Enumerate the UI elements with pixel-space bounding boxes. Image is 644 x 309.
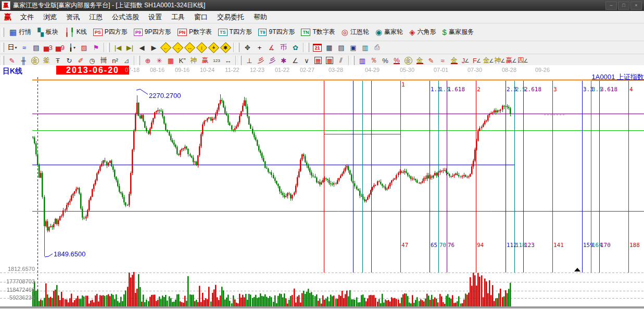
angle-ruler-icon[interactable]: ⊿ <box>121 55 132 66</box>
pan-hand-icon[interactable]: ✥ <box>242 42 254 53</box>
toolbar-item-p-number-table[interactable]: PNP数字表 <box>174 26 216 39</box>
spiral-icon[interactable]: ↻ <box>64 55 75 66</box>
toolbar-item-9p-square[interactable]: P99P四方形 <box>131 26 174 39</box>
toolbar-item-sectors[interactable]: ▚板块 <box>34 26 61 39</box>
circle-cross-icon[interactable]: ⊕ <box>142 55 154 66</box>
menu-item-公式选股[interactable]: 公式选股 <box>107 13 144 22</box>
save-icon[interactable]: ▣ <box>347 42 359 53</box>
angle-lines-icon[interactable]: ∠ <box>289 55 301 66</box>
symbol-label[interactable]: 1A0001 上证指数 <box>592 72 644 82</box>
k-quote-icon[interactable]: K” <box>176 55 188 66</box>
zoom-all-icon[interactable]: + <box>208 42 220 53</box>
red-web-grid-icon[interactable]: ▦ <box>165 55 176 66</box>
f-grid-icon[interactable]: Ŧ <box>52 55 64 66</box>
export-image-icon[interactable]: ▥ <box>359 42 371 53</box>
zoom-fit-icon[interactable]: ✱ <box>220 42 232 53</box>
angle-measure-icon[interactable]: ∡ <box>266 42 277 53</box>
list-grid-blue-icon[interactable]: ▥ <box>357 55 368 66</box>
zoom-vertical-icon[interactable]: ↕ <box>196 42 208 53</box>
red-grid-frame2-icon[interactable]: ▩ <box>324 55 335 66</box>
toolbar-item-hexagon[interactable]: ◈六角形 <box>406 26 439 39</box>
candle-pen-icon[interactable]: ✎ <box>425 55 437 66</box>
shift-left-icon[interactable]: ← <box>160 42 172 53</box>
minimize-button[interactable]: – <box>605 2 617 10</box>
wave-candles-icon[interactable]: ≈ <box>437 55 448 66</box>
toolbar-item-p-square[interactable]: PSP四方形 <box>90 26 131 39</box>
percent-icon[interactable]: % <box>380 55 391 66</box>
shen-angle-icon[interactable]: 神∠ <box>494 55 506 66</box>
purple-band-tool-icon[interactable]: 币 <box>277 42 289 53</box>
flag-chart-icon[interactable]: ⚑ <box>90 42 102 53</box>
shift-right-icon[interactable]: → <box>172 42 184 53</box>
dense-comb-icon[interactable]: 卌 <box>98 55 109 66</box>
ying-angle-icon[interactable]: 赢∠ <box>506 55 517 66</box>
toolbar-item-9t-square[interactable]: T99T四方形 <box>255 26 298 39</box>
calculator-icon[interactable]: ▦ <box>323 42 335 53</box>
menu-item-窗口[interactable]: 窗口 <box>190 13 212 22</box>
si-angle-icon[interactable]: 四∠ <box>517 55 528 66</box>
toolbar-item-quotes[interactable]: ▦行情 <box>6 26 34 39</box>
pencil-chart-icon[interactable]: ✐ <box>75 55 86 66</box>
gold-ring-icon[interactable]: 金 <box>29 55 41 66</box>
crosshair-icon[interactable]: + <box>254 42 266 53</box>
toolbar-item-winner-wheel[interactable]: ◉赢家轮 <box>372 26 406 39</box>
comb-lines-icon[interactable]: ╫ <box>18 55 29 66</box>
next-bar-icon[interactable]: ▶ <box>148 42 160 53</box>
toolbar-item-t-square[interactable]: TST四方形 <box>215 26 255 39</box>
single-candle-dropdown-icon[interactable]: ╽▾ <box>66 42 78 53</box>
menu-item-帮助[interactable]: 帮助 <box>249 13 272 22</box>
bars-3-icon[interactable]: ▅3 <box>42 42 54 53</box>
percent-red-icon[interactable]: % <box>391 55 402 66</box>
percent-line-icon[interactable]: ％ <box>368 55 380 66</box>
info-list-icon[interactable]: ▤ <box>30 42 42 53</box>
menu-item-设置[interactable]: 设置 <box>144 13 167 22</box>
clock-cycle-icon[interactable]: ◷ <box>86 55 98 66</box>
red-grid-frame1-icon[interactable]: ▦ <box>312 55 324 66</box>
purple-web-icon[interactable]: ✱ <box>278 55 289 66</box>
gold-ring3-icon[interactable]: 金 <box>402 55 414 66</box>
draw-pencil-icon[interactable]: ✎ <box>6 55 18 66</box>
purple-fan-icon[interactable]: 彡 <box>267 55 278 66</box>
bars-9-icon[interactable]: ▅9 <box>54 42 66 53</box>
f-angle-icon[interactable]: F∠ <box>471 55 483 66</box>
menu-item-交易委托[interactable]: 交易委托 <box>212 13 249 22</box>
gold-levels-icon[interactable]: 金 <box>414 55 425 66</box>
gold-red-line-icon[interactable]: 金 <box>448 55 460 66</box>
calendar-icon[interactable]: 21 <box>311 42 323 53</box>
print-icon[interactable]: ⎙ <box>371 42 383 53</box>
menu-item-文件[interactable]: 文件 <box>16 13 39 22</box>
toolbar-item-t-number-table[interactable]: TNT数字表 <box>298 26 338 39</box>
toolbar-item-winner-service[interactable]: $赢家服务 <box>439 26 477 39</box>
pattern-search-icon[interactable]: ≈ <box>18 42 30 53</box>
shen-lines-icon[interactable]: 神 <box>188 55 199 66</box>
j-angle-icon[interactable]: J∠ <box>460 55 471 66</box>
ying-box-icon[interactable]: 赢 <box>199 55 211 66</box>
toolbar-item-kline[interactable]: ╽╿K线 <box>61 26 90 39</box>
n-squared-icon[interactable]: n² <box>109 55 121 66</box>
menu-item-资讯[interactable]: 资讯 <box>61 13 84 22</box>
wave-cloud-tool-icon[interactable]: ✿ <box>289 42 301 53</box>
maximize-button[interactable]: □ <box>618 2 629 10</box>
last-bar-icon[interactable]: ▶| <box>124 42 136 53</box>
gold-angle-icon[interactable]: 金∠ <box>483 55 494 66</box>
prev-bar-icon[interactable]: ◀ <box>136 42 148 53</box>
width-arrows-icon[interactable]: ↔ <box>222 55 234 66</box>
chart-canvas[interactable] <box>0 65 644 309</box>
close-button[interactable]: × <box>630 2 642 10</box>
red-fan-icon[interactable]: 彡 <box>255 55 267 66</box>
parallel-lines-icon[interactable]: ⫽ <box>335 55 347 66</box>
first-bar-icon[interactable]: |◀ <box>112 42 124 53</box>
gold-ring2-icon[interactable]: 釜 <box>41 55 52 66</box>
red-hatch-icon[interactable]: ▨ <box>78 42 90 53</box>
menu-item-工具[interactable]: 工具 <box>167 13 190 22</box>
axis-grid-icon[interactable]: ⊥ <box>244 55 255 66</box>
starburst-icon[interactable]: ✳ <box>154 55 165 66</box>
menu-item-浏览[interactable]: 浏览 <box>39 13 61 22</box>
toolbar-item-gann-wheel[interactable]: ◎江恩轮 <box>338 26 372 39</box>
notes-icon[interactable]: ▤ <box>335 42 347 53</box>
grid-123-icon[interactable]: 123 <box>211 55 222 66</box>
zoom-horizontal-icon[interactable]: ↔ <box>184 42 196 53</box>
menu-item-江恩[interactable]: 江恩 <box>84 13 107 22</box>
candle-style-dropdown-icon[interactable]: 日▾ <box>6 42 18 53</box>
v-wave-icon[interactable]: ∨ <box>301 55 312 66</box>
